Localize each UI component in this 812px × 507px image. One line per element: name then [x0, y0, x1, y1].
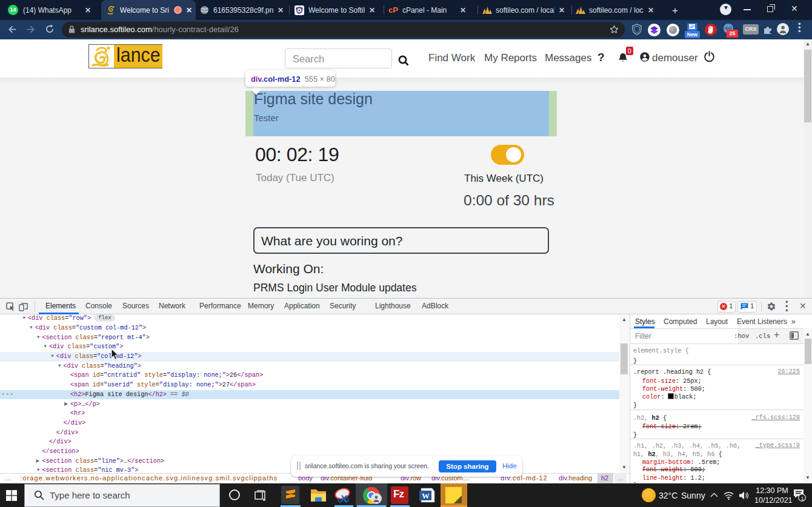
- svg-text:W: W: [422, 491, 430, 500]
- svg-text:1: 1: [801, 495, 804, 502]
